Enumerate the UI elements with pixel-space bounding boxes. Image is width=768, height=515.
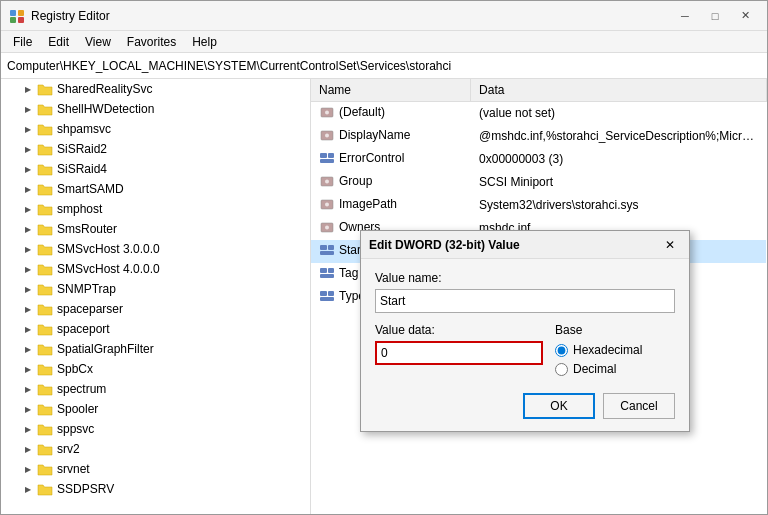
expand-icon: ▶	[21, 402, 35, 416]
value-data-input[interactable]	[375, 341, 543, 365]
expand-icon: ▶	[21, 242, 35, 256]
row-data: SCSI Miniport	[471, 171, 767, 194]
row-data: 0x00000003 (3)	[471, 148, 767, 171]
tree-item-srv2[interactable]: ▶ srv2	[1, 439, 310, 459]
expand-icon: ▶	[21, 422, 35, 436]
table-row[interactable]: (Default) (value not set)	[311, 101, 767, 125]
tree-label: smphost	[57, 202, 102, 216]
dialog-buttons: OK Cancel	[375, 393, 675, 419]
row-data: @mshdc.inf,%storahci_ServiceDescription%…	[471, 125, 767, 148]
table-row[interactable]: ImagePath System32\drivers\storahci.sys	[311, 194, 767, 217]
window-controls: ─ □ ✕	[671, 6, 759, 26]
tree-item-sharedrealitysvc[interactable]: ▶ SharedRealitySvc	[1, 79, 310, 99]
svg-rect-1	[18, 10, 24, 16]
tree-item-ssdpsrv[interactable]: ▶ SSDPSRV	[1, 479, 310, 499]
close-button[interactable]: ✕	[731, 6, 759, 26]
expand-icon: ▶	[21, 182, 35, 196]
tree-item-shpamsvc[interactable]: ▶ shpamsvc	[1, 119, 310, 139]
minimize-button[interactable]: ─	[671, 6, 699, 26]
folder-icon	[37, 421, 53, 437]
menu-file[interactable]: File	[5, 33, 40, 51]
svg-rect-21	[328, 268, 334, 273]
tree-item-spooler[interactable]: ▶ Spooler	[1, 399, 310, 419]
tree-label: spaceparser	[57, 302, 123, 316]
folder-icon	[37, 161, 53, 177]
menu-view[interactable]: View	[77, 33, 119, 51]
value-data-section: Value data:	[375, 323, 543, 381]
edit-dword-dialog: Edit DWORD (32-bit) Value ✕ Value name: …	[360, 230, 690, 432]
radio-decimal-row: Decimal	[555, 362, 675, 376]
menu-edit[interactable]: Edit	[40, 33, 77, 51]
dialog-close-button[interactable]: ✕	[659, 235, 681, 255]
hexadecimal-radio[interactable]	[555, 344, 568, 357]
folder-icon	[37, 461, 53, 477]
tree-label: sppsvc	[57, 422, 94, 436]
folder-icon	[37, 121, 53, 137]
folder-icon	[37, 441, 53, 457]
tree-item-smsvchost4[interactable]: ▶ SMSvcHost 4.0.0.0	[1, 259, 310, 279]
tree-item-smsvchost3[interactable]: ▶ SMSvcHost 3.0.0.0	[1, 239, 310, 259]
folder-icon	[37, 281, 53, 297]
tree-label: SmartSAMD	[57, 182, 124, 196]
tree-item-sisraid2[interactable]: ▶ SiSRaid2	[1, 139, 310, 159]
value-data-label: Value data:	[375, 323, 543, 337]
tree-item-smartsamd[interactable]: ▶ SmartSAMD	[1, 179, 310, 199]
folder-icon	[37, 201, 53, 217]
svg-point-14	[325, 202, 329, 206]
expand-icon: ▶	[21, 122, 35, 136]
tree-item-spectrum[interactable]: ▶ spectrum	[1, 379, 310, 399]
maximize-button[interactable]: □	[701, 6, 729, 26]
tree-item-spbcx[interactable]: ▶ SpbCx	[1, 359, 310, 379]
row-data: (value not set)	[471, 101, 767, 125]
expand-icon: ▶	[21, 102, 35, 116]
table-row[interactable]: DisplayName @mshdc.inf,%storahci_Service…	[311, 125, 767, 148]
svg-rect-2	[10, 17, 16, 23]
ok-button[interactable]: OK	[523, 393, 595, 419]
tree-item-sppsvc[interactable]: ▶ sppsvc	[1, 419, 310, 439]
tree-item-shellhwdetection[interactable]: ▶ ShellHWDetection	[1, 99, 310, 119]
tree-item-snmptrap[interactable]: ▶ SNMPTrap	[1, 279, 310, 299]
base-section: Base Hexadecimal Decimal	[555, 323, 675, 381]
folder-icon	[37, 481, 53, 497]
tree-label: SSDPSRV	[57, 482, 114, 496]
expand-icon: ▶	[21, 442, 35, 456]
tree-item-sisraid4[interactable]: ▶ SiSRaid4	[1, 159, 310, 179]
decimal-radio[interactable]	[555, 363, 568, 376]
svg-rect-22	[320, 274, 334, 278]
tree-item-smphost[interactable]: ▶ smphost	[1, 199, 310, 219]
folder-icon	[37, 81, 53, 97]
expand-icon: ▶	[21, 302, 35, 316]
tree-item-spaceport[interactable]: ▶ spaceport	[1, 319, 310, 339]
value-name-input[interactable]	[375, 289, 675, 313]
folder-icon	[37, 321, 53, 337]
table-row[interactable]: ErrorControl 0x00000003 (3)	[311, 148, 767, 171]
tree-item-smsrouter[interactable]: ▶ SmsRouter	[1, 219, 310, 239]
svg-rect-17	[320, 245, 327, 250]
cancel-button[interactable]: Cancel	[603, 393, 675, 419]
tree-item-spaceparser[interactable]: ▶ spaceparser	[1, 299, 310, 319]
menu-help[interactable]: Help	[184, 33, 225, 51]
tree-label: shpamsvc	[57, 122, 111, 136]
svg-rect-19	[320, 251, 334, 255]
tree-label: spaceport	[57, 322, 110, 336]
expand-icon: ▶	[21, 162, 35, 176]
menu-favorites[interactable]: Favorites	[119, 33, 184, 51]
col-header-name: Name	[311, 79, 471, 101]
value-input-wrapper	[375, 341, 543, 365]
svg-rect-3	[18, 17, 24, 23]
tree-item-srvnet[interactable]: ▶ srvnet	[1, 459, 310, 479]
tree-item-spatialgraphfilter[interactable]: ▶ SpatialGraphFilter	[1, 339, 310, 359]
table-row[interactable]: Group SCSI Miniport	[311, 171, 767, 194]
tree-label: ShellHWDetection	[57, 102, 154, 116]
row-name: (Default)	[311, 101, 471, 125]
dialog-row: Value data: Base Hexadecimal Decimal	[375, 323, 675, 381]
svg-rect-23	[320, 291, 327, 296]
folder-icon	[37, 181, 53, 197]
expand-icon: ▶	[21, 362, 35, 376]
svg-point-7	[325, 133, 329, 137]
svg-point-16	[325, 225, 329, 229]
dialog-body: Value name: Value data: Base Hexadecimal	[361, 259, 689, 431]
title-bar: Registry Editor ─ □ ✕	[1, 1, 767, 31]
svg-rect-24	[328, 291, 334, 296]
window-title: Registry Editor	[31, 9, 671, 23]
